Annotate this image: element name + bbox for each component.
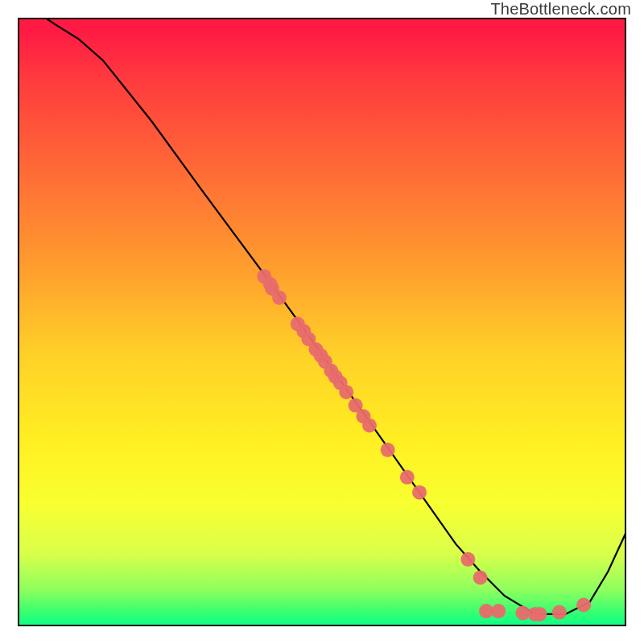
data-dot <box>552 605 567 620</box>
data-dot <box>339 385 353 399</box>
data-dot <box>272 291 287 305</box>
data-dot <box>412 485 427 500</box>
data-dot <box>362 419 377 433</box>
data-dot <box>460 552 475 567</box>
data-dot <box>400 470 415 485</box>
data-dot <box>491 604 506 618</box>
data-dot <box>381 443 395 457</box>
chart-svg <box>18 18 626 626</box>
curve-line <box>18 18 626 614</box>
data-dot <box>576 598 591 613</box>
data-dot <box>473 571 488 585</box>
data-dots <box>257 269 591 621</box>
data-dot <box>533 607 547 621</box>
watermark-text: TheBottleneck.com <box>490 0 631 19</box>
chart-frame: TheBottleneck.com <box>0 0 644 644</box>
plot-area <box>18 18 626 626</box>
